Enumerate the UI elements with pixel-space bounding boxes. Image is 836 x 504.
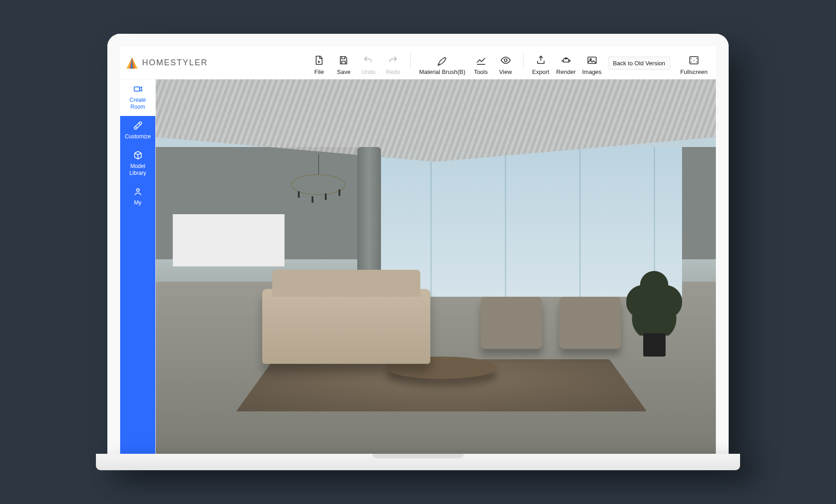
scene-plant	[626, 252, 683, 357]
teapot-icon	[561, 55, 571, 66]
save-button[interactable]: Save	[332, 50, 355, 76]
undo-icon	[363, 55, 374, 66]
svg-point-4	[504, 59, 507, 62]
sidebar-item-create-room[interactable]: Create Room	[120, 79, 155, 116]
logo-icon	[126, 57, 138, 69]
svg-point-8	[693, 60, 694, 61]
fullscreen-icon	[688, 55, 699, 66]
scene-armchair	[481, 297, 542, 349]
scene-chandelier	[285, 154, 352, 222]
fullscreen-button[interactable]: Fullscreen	[677, 50, 710, 76]
material-brush-button[interactable]: Material Brush(B)	[416, 50, 468, 76]
file-icon	[313, 55, 324, 66]
export-button[interactable]: Export	[529, 50, 553, 76]
image-icon	[587, 55, 598, 66]
sidebar-item-my[interactable]: My	[120, 182, 155, 212]
sidebar-label: My	[134, 200, 142, 206]
svg-point-10	[137, 189, 139, 191]
save-icon	[338, 55, 349, 66]
app-name: HOMESTYLER	[142, 58, 208, 68]
toolbar-separator	[410, 52, 411, 69]
sidebar-label: Create Room	[129, 97, 146, 110]
sidebar-label: Customize	[125, 133, 151, 140]
images-button[interactable]: Images	[579, 50, 604, 76]
camera-icon	[133, 84, 143, 94]
laptop-base	[96, 454, 740, 470]
design-canvas[interactable]	[156, 79, 716, 454]
brush-icon	[437, 55, 448, 66]
eye-icon	[500, 55, 511, 66]
export-icon	[535, 55, 546, 66]
scene-armchair	[559, 297, 621, 349]
view-button[interactable]: View	[494, 50, 518, 76]
app-logo[interactable]: HOMESTYLER	[126, 57, 208, 69]
webcam-dot	[416, 38, 420, 43]
sidebar-label: Model Library	[129, 163, 146, 177]
app-window: HOMESTYLER File Save Undo	[120, 47, 716, 454]
scene-sofa	[262, 289, 430, 364]
undo-button[interactable]: Undo	[356, 50, 380, 76]
user-icon	[133, 187, 143, 197]
file-button[interactable]: File	[307, 50, 331, 76]
toolbar-separator	[523, 52, 524, 69]
back-to-old-version-button[interactable]: Back to Old Version	[608, 57, 670, 70]
scene-cabinet	[173, 214, 285, 267]
wrench-icon	[133, 121, 143, 131]
cube-icon	[133, 150, 143, 160]
tools-icon	[476, 55, 487, 66]
sidebar-item-customize[interactable]: Customize	[120, 116, 155, 146]
sidebar-item-model-library[interactable]: Model Library	[120, 146, 155, 182]
left-sidebar: Create Room Customize Model Library	[120, 79, 156, 454]
laptop-mockup: HOMESTYLER File Save Undo	[96, 34, 740, 470]
tools-button[interactable]: Tools	[469, 50, 493, 76]
svg-rect-9	[134, 87, 139, 91]
top-toolbar: HOMESTYLER File Save Undo	[120, 47, 716, 79]
render-button[interactable]: Render	[554, 50, 579, 76]
redo-button[interactable]: Redo	[381, 50, 405, 76]
redo-icon	[387, 55, 398, 66]
